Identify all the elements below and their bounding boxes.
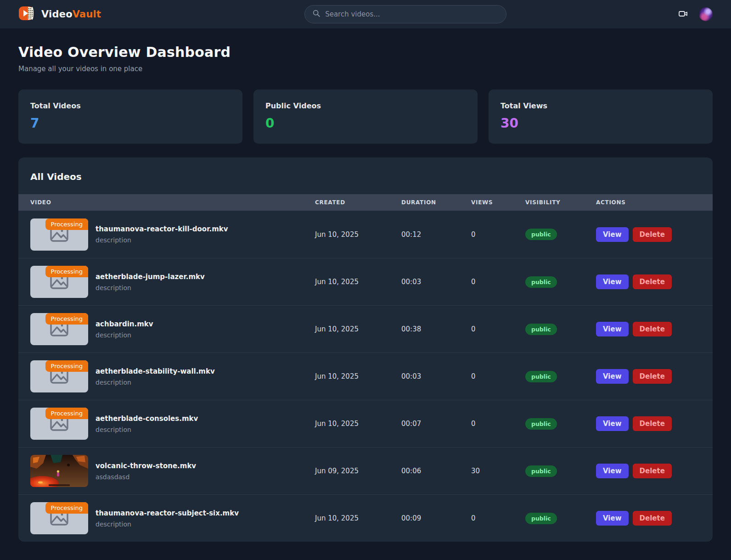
view-button[interactable]: View [596, 511, 629, 526]
visibility-cell: public [525, 418, 596, 430]
stat-value: 0 [265, 116, 466, 131]
visibility-badge: public [525, 418, 557, 430]
delete-button[interactable]: Delete [633, 369, 672, 384]
delete-button[interactable]: Delete [633, 322, 672, 336]
brand-vault-text: Vault [73, 9, 101, 20]
video-title: volcanic-throw-stone.mkv [96, 462, 196, 470]
video-cell: Processing aetherblade-consoles.mkv desc… [18, 408, 315, 440]
upload-video-button[interactable] [678, 8, 689, 21]
processing-badge: Processing [45, 408, 88, 419]
view-button[interactable]: View [596, 416, 629, 431]
created-cell: Jun 10, 2025 [315, 278, 401, 286]
video-cell: Processing aetherblade-stability-wall.mk… [18, 360, 315, 392]
table-row: Processing thaumanova-reactor-subject-si… [18, 494, 713, 542]
views-cell: 0 [471, 420, 525, 428]
video-meta: achbardin.mkv description [96, 320, 153, 339]
video-title: aetherblade-jump-lazer.mkv [96, 273, 205, 281]
views-cell: 0 [471, 325, 525, 333]
stat-label: Total Videos [30, 101, 231, 110]
video-meta: volcanic-throw-stone.mkv asdasdasd [96, 462, 196, 481]
table-header-row: VIDEO CREATED DURATION VIEWS VISIBILITY … [18, 194, 713, 211]
duration-cell: 00:07 [401, 420, 471, 428]
visibility-badge: public [525, 324, 557, 335]
brand-name: VideoVault [41, 9, 101, 20]
table-row: Processing thaumanova-reactor-kill-door.… [18, 211, 713, 258]
video-cell: volcanic-throw-stone.mkv asdasdasd [18, 455, 315, 487]
search-input[interactable] [325, 10, 499, 18]
view-button[interactable]: View [596, 369, 629, 384]
delete-button[interactable]: Delete [633, 274, 672, 289]
duration-cell: 00:03 [401, 278, 471, 286]
view-button[interactable]: View [596, 464, 629, 478]
views-cell: 0 [471, 372, 525, 381]
views-cell: 0 [471, 514, 525, 522]
processing-badge: Processing [45, 266, 88, 277]
duration-cell: 00:03 [401, 372, 471, 381]
actions-cell: View Delete [596, 369, 713, 384]
visibility-cell: public [525, 276, 596, 288]
visibility-cell: public [525, 371, 596, 382]
stat-label: Total Views [500, 101, 701, 110]
video-thumbnail: Processing [30, 502, 88, 534]
views-cell: 0 [471, 278, 525, 286]
table-row: Processing aetherblade-stability-wall.mk… [18, 353, 713, 400]
duration-cell: 00:12 [401, 230, 471, 239]
actions-cell: View Delete [596, 274, 713, 289]
created-cell: Jun 10, 2025 [315, 514, 401, 522]
table-row: Processing achbardin.mkv description Jun… [18, 305, 713, 353]
stat-value: 30 [500, 116, 701, 131]
video-description: description [96, 426, 198, 433]
play-film-reel-icon [18, 5, 35, 23]
actions-cell: View Delete [596, 227, 713, 242]
video-thumbnail: Processing [30, 408, 88, 440]
video-description: asdasdasd [96, 473, 196, 481]
column-header-created: CREATED [315, 199, 401, 206]
video-description: description [96, 236, 228, 244]
video-thumbnail: Processing [30, 360, 88, 392]
delete-button[interactable]: Delete [633, 464, 672, 478]
video-thumbnail: Processing [30, 266, 88, 298]
visibility-cell: public [525, 513, 596, 524]
video-description: description [96, 379, 215, 386]
table-title: All Videos [18, 157, 713, 194]
actions-cell: View Delete [596, 416, 713, 431]
stat-card-total-videos: Total Videos 7 [18, 90, 242, 144]
processing-badge: Processing [45, 218, 88, 230]
processing-badge: Processing [45, 313, 88, 325]
delete-button[interactable]: Delete [633, 227, 672, 242]
column-header-video: VIDEO [18, 199, 315, 206]
user-avatar[interactable] [699, 7, 713, 21]
column-header-duration: DURATION [401, 199, 471, 206]
visibility-badge: public [525, 371, 557, 382]
processing-badge: Processing [45, 502, 88, 514]
duration-cell: 00:09 [401, 514, 471, 522]
visibility-badge: public [525, 229, 557, 240]
column-header-actions: ACTIONS [596, 199, 713, 206]
video-cell: Processing aetherblade-jump-lazer.mkv de… [18, 266, 315, 298]
stat-card-total-views: Total Views 30 [489, 90, 713, 144]
video-cell: Processing thaumanova-reactor-kill-door.… [18, 218, 315, 251]
views-cell: 30 [471, 467, 525, 475]
view-button[interactable]: View [596, 322, 629, 336]
delete-button[interactable]: Delete [633, 511, 672, 526]
volcano-thumbnail-art [30, 455, 88, 487]
video-title: thaumanova-reactor-subject-six.mkv [96, 509, 239, 517]
main-content: Video Overview Dashboard Manage all your… [0, 44, 731, 542]
delete-button[interactable]: Delete [633, 416, 672, 431]
search-icon [312, 9, 321, 19]
visibility-cell: public [525, 324, 596, 335]
visibility-cell: public [525, 229, 596, 240]
brand-logo-link[interactable]: VideoVault [18, 5, 101, 23]
actions-cell: View Delete [596, 511, 713, 526]
view-button[interactable]: View [596, 227, 629, 242]
duration-cell: 00:06 [401, 467, 471, 475]
video-meta: aetherblade-jump-lazer.mkv description [96, 273, 205, 291]
view-button[interactable]: View [596, 274, 629, 289]
stats-row: Total Videos 7 Public Videos 0 Total Vie… [18, 90, 713, 144]
video-meta: aetherblade-stability-wall.mkv descripti… [96, 367, 215, 386]
duration-cell: 00:38 [401, 325, 471, 333]
created-cell: Jun 09, 2025 [315, 467, 401, 475]
video-camera-icon [678, 8, 689, 21]
processing-badge: Processing [45, 360, 88, 372]
visibility-badge: public [525, 276, 557, 288]
